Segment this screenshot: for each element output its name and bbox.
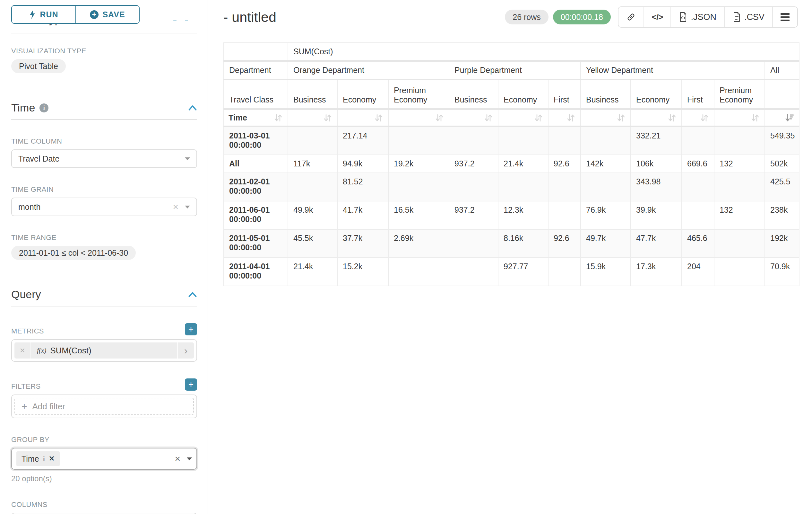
- pivot-cell: [388, 173, 449, 201]
- time-grain-select[interactable]: month ×: [11, 197, 197, 216]
- add-filter-button[interactable]: + Add filter: [14, 398, 194, 415]
- caret-down-icon[interactable]: [185, 157, 190, 160]
- pivot-cell: [288, 127, 337, 155]
- pivot-cell: [548, 258, 581, 286]
- add-filter-plus-button[interactable]: +: [185, 378, 197, 390]
- travel-class-header: Business: [581, 80, 631, 109]
- time-row-label: Time: [229, 113, 247, 123]
- pivot-cell: [449, 258, 498, 286]
- panel-header: Chart Type RUN + SAVE: [11, 0, 197, 33]
- pivot-cell: 132: [714, 155, 765, 173]
- pivot-cell: [682, 173, 714, 201]
- chevron-up-icon[interactable]: [188, 104, 197, 111]
- menu-button[interactable]: [773, 7, 797, 27]
- pivot-table: SUM(Cost) Department Orange DepartmentPu…: [223, 43, 800, 286]
- chevron-up-icon[interactable]: [188, 291, 197, 298]
- add-filter-label: Add filter: [32, 402, 65, 411]
- time-column-value: Travel Date: [18, 154, 185, 164]
- columns-select[interactable]: Department ✕ Travel Class ✕ ×: [11, 513, 197, 514]
- csv-file-icon: [732, 12, 741, 22]
- travel-class-header: First: [682, 80, 714, 109]
- embed-code-button[interactable]: </>: [644, 7, 671, 27]
- travel-class-header: Premium Economy: [714, 80, 765, 109]
- group-by-select[interactable]: Time i ✕ ×: [11, 448, 197, 470]
- pivot-row: All117k94.9k19.2k937.221.4k92.6142k106k6…: [224, 155, 799, 173]
- export-json-button[interactable]: .JSON: [671, 7, 725, 27]
- sort-icon[interactable]: [374, 113, 383, 123]
- pivot-cell: [548, 173, 581, 201]
- remove-metric-icon[interactable]: ×: [14, 343, 31, 358]
- csv-button-label: .CSV: [744, 12, 764, 22]
- json-button-label: .JSON: [691, 12, 716, 22]
- pivot-cell: 217.14: [337, 127, 388, 155]
- sort-header-cell: [449, 109, 498, 127]
- fx-icon: f(x): [37, 347, 46, 355]
- pivot-cell: 465.6: [682, 229, 714, 258]
- pivot-cell: 92.6: [548, 155, 581, 173]
- sort-icon[interactable]: [616, 113, 626, 123]
- add-metric-button[interactable]: +: [185, 323, 197, 335]
- pivot-cell: 16.5k: [388, 201, 449, 229]
- pivot-cell: 81.52: [337, 173, 388, 201]
- travel-class-axis-label: Travel Class: [224, 80, 288, 109]
- sort-header-cell: [388, 109, 449, 127]
- sort-desc-icon[interactable]: [785, 113, 794, 123]
- sort-icon[interactable]: [700, 113, 709, 123]
- remove-chip-icon[interactable]: ✕: [49, 455, 55, 463]
- sort-icon[interactable]: [534, 113, 543, 123]
- sort-icon[interactable]: [435, 113, 444, 123]
- metric-header: SUM(Cost): [288, 43, 799, 61]
- sort-icon[interactable]: [667, 113, 677, 123]
- save-button[interactable]: + SAVE: [76, 6, 139, 23]
- time-column-select[interactable]: Travel Date: [11, 150, 197, 168]
- time-sort-header: Time: [224, 109, 288, 127]
- metric-chip[interactable]: × f(x) SUM(Cost) ›: [14, 343, 194, 358]
- sort-icon[interactable]: [323, 113, 332, 123]
- pivot-row: 2011-06-01 00:00:0049.9k41.7k16.5k937.21…: [224, 201, 799, 229]
- pivot-cell: 37.7k: [337, 229, 388, 258]
- viz-type-pill[interactable]: Pivot Table: [11, 59, 66, 73]
- sort-icon[interactable]: [566, 113, 576, 123]
- pivot-cell: 39.9k: [631, 201, 682, 229]
- pivot-cell: 92.6: [548, 229, 581, 258]
- column-group-header: All: [765, 61, 799, 80]
- clear-icon[interactable]: ×: [173, 202, 178, 212]
- run-button[interactable]: RUN: [12, 6, 76, 23]
- pivot-cell: [714, 258, 765, 286]
- pivot-cell: [714, 229, 765, 258]
- pivot-cell: 12.3k: [498, 201, 548, 229]
- travel-class-header: Economy: [631, 80, 682, 109]
- save-button-label: SAVE: [103, 10, 125, 19]
- metric-chip-label: SUM(Cost): [50, 346, 91, 356]
- pivot-cell: [388, 258, 449, 286]
- pivot-row: 2011-02-01 00:00:0081.52343.98425.5: [224, 173, 799, 201]
- chevron-right-icon[interactable]: ›: [177, 343, 194, 358]
- travel-class-header: Business: [288, 80, 337, 109]
- chevron-up-icon: [173, 20, 188, 21]
- caret-down-icon[interactable]: [187, 457, 192, 460]
- sort-header-cell: [714, 109, 765, 127]
- sort-icon[interactable]: [750, 113, 760, 123]
- group-by-chip-time[interactable]: Time i ✕: [17, 451, 60, 466]
- sort-icon[interactable]: [273, 113, 283, 123]
- share-link-button[interactable]: [618, 7, 644, 27]
- travel-class-header: Economy: [337, 80, 388, 109]
- pivot-row-label: All: [224, 155, 288, 173]
- plus-circle-icon: +: [90, 10, 98, 19]
- pivot-cell: 19.2k: [388, 155, 449, 173]
- pivot-cell: [388, 127, 449, 155]
- sort-icon[interactable]: [484, 113, 493, 123]
- sort-header-cell: [498, 109, 548, 127]
- caret-down-icon[interactable]: [185, 206, 190, 209]
- time-range-pill[interactable]: 2011-01-01 ≤ col < 2011-06-30: [11, 246, 136, 260]
- export-csv-button[interactable]: .CSV: [725, 7, 773, 27]
- travel-class-header: First: [548, 80, 581, 109]
- pivot-corner-cell: [224, 43, 288, 61]
- clear-icon[interactable]: ×: [175, 454, 180, 464]
- pivot-cell: 47.7k: [631, 229, 682, 258]
- pivot-row-label: 2011-04-01 00:00:00: [224, 258, 288, 286]
- travel-class-header: Economy: [498, 80, 548, 109]
- pivot-cell: 549.35: [765, 127, 799, 155]
- explore-app: Chart Type RUN + SAVE VISUALIZATION TYPE…: [0, 0, 812, 514]
- time-section-heading: Time: [11, 102, 35, 114]
